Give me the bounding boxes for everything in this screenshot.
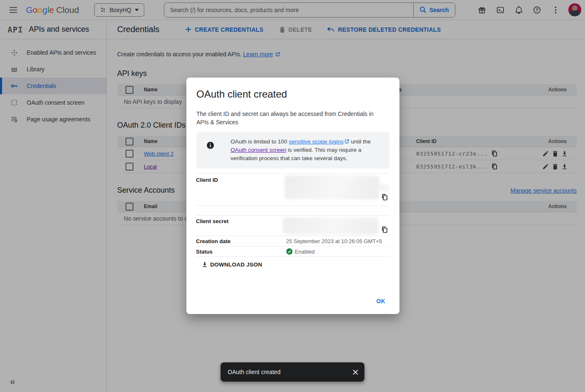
oauth-limit-notice: OAuth is limited to 100 sensitive scope … bbox=[196, 132, 389, 168]
client-secret-redacted-value bbox=[283, 218, 378, 234]
client-id-row: Client ID bbox=[196, 173, 389, 206]
status-label: Status bbox=[196, 249, 286, 255]
creation-date-value: 25 September 2023 at 10:26:05 GMT+5 bbox=[286, 238, 382, 244]
copy-icon[interactable] bbox=[382, 194, 388, 201]
client-id-redacted-value bbox=[378, 184, 389, 191]
client-secret-label: Client secret bbox=[196, 216, 286, 236]
oauth-consent-screen-link[interactable]: OAuth consent screen bbox=[231, 147, 286, 153]
status-value: Enabled bbox=[295, 249, 315, 255]
toast: OAuth client created bbox=[221, 362, 364, 382]
creation-date-label: Creation date bbox=[196, 238, 286, 244]
client-secret-row: Client secret bbox=[196, 215, 389, 236]
dialog-fields: Client ID Client secret Creation date 25… bbox=[196, 173, 389, 257]
copy-icon[interactable] bbox=[382, 226, 388, 233]
status-enabled-icon bbox=[286, 248, 293, 255]
dialog-description: The client ID and secret can always be a… bbox=[196, 110, 380, 126]
info-icon bbox=[206, 138, 216, 163]
close-icon[interactable] bbox=[352, 369, 359, 375]
download-icon bbox=[202, 261, 208, 268]
sensitive-scope-logins-link[interactable]: sensitive scope logins bbox=[289, 138, 349, 145]
download-json-button[interactable]: DOWNLOAD JSON bbox=[202, 261, 262, 268]
status-row: Status Enabled bbox=[196, 246, 389, 257]
external-link-icon bbox=[344, 139, 349, 144]
dialog-title: OAuth client created bbox=[196, 88, 389, 100]
client-id-label: Client ID bbox=[196, 174, 286, 206]
creation-date-row: Creation date 25 September 2023 at 10:26… bbox=[196, 236, 389, 246]
spacer-row bbox=[196, 206, 389, 215]
ok-button[interactable]: OK bbox=[373, 295, 389, 307]
screen: Google Cloud BoxyHQ Search (/) for resou… bbox=[0, 0, 585, 392]
toast-message: OAuth client created bbox=[228, 369, 352, 375]
oauth-client-created-dialog: OAuth client created The client ID and s… bbox=[186, 78, 399, 314]
client-id-redacted-value bbox=[284, 176, 379, 199]
